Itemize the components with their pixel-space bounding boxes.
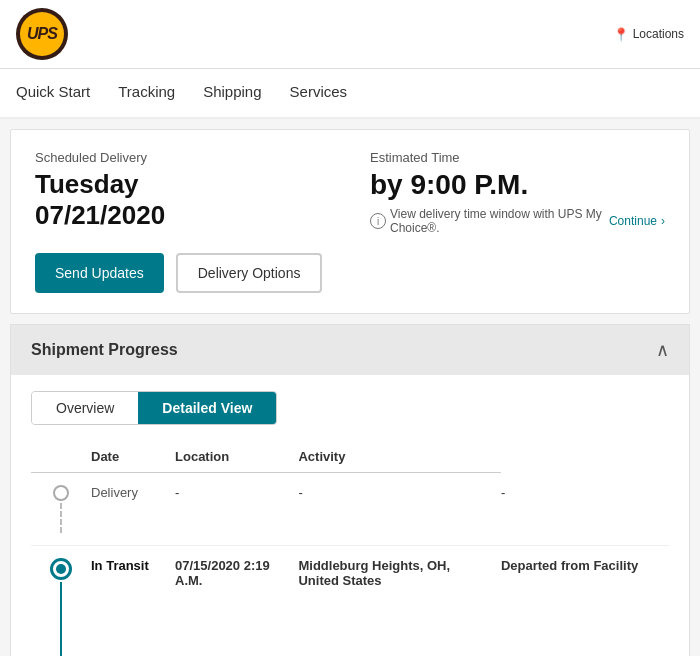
- delivery-actions: Send Updates Delivery Options: [35, 253, 665, 293]
- location-cell: -: [298, 473, 500, 546]
- tracking-table-wrapper: Date Location Activity Delivery---In Tra…: [11, 441, 689, 656]
- tracking-table: Date Location Activity Delivery---In Tra…: [31, 441, 669, 656]
- status-cell: In Transit: [91, 546, 175, 657]
- scheduled-section: Scheduled Delivery Tuesday 07/21/2020: [35, 150, 330, 235]
- send-updates-button[interactable]: Send Updates: [35, 253, 164, 293]
- nav-shipping[interactable]: Shipping: [203, 69, 261, 117]
- ups-choice-text: i View delivery time window with UPS My …: [370, 207, 665, 235]
- scheduled-day: Tuesday: [35, 169, 330, 200]
- progress-title: Shipment Progress: [31, 341, 178, 359]
- table-row: Delivery---: [31, 473, 669, 546]
- activity-cell: -: [501, 473, 669, 546]
- delivery-card: Scheduled Delivery Tuesday 07/21/2020 Es…: [10, 129, 690, 314]
- nav-services[interactable]: Services: [290, 69, 348, 117]
- table-row: In Transit07/15/2020 2:19 A.M.Middleburg…: [31, 546, 669, 657]
- header-right: 📍 Locations: [613, 27, 684, 42]
- info-icon: i: [370, 213, 386, 229]
- ups-logo: UPS: [16, 8, 68, 60]
- scheduled-label: Scheduled Delivery: [35, 150, 330, 165]
- overview-toggle[interactable]: Overview: [32, 392, 138, 424]
- estimated-time: by 9:00 P.M.: [370, 169, 665, 201]
- col-date: Date: [91, 441, 175, 473]
- col-activity: Activity: [298, 441, 500, 473]
- view-toggle: Overview Detailed View: [31, 391, 277, 425]
- shipment-progress-section: Shipment Progress ∧ Overview Detailed Vi…: [10, 324, 690, 656]
- locations-label[interactable]: Locations: [633, 27, 684, 41]
- col-location: Location: [175, 441, 298, 473]
- date-cell: 07/15/2020 2:19 A.M.: [175, 546, 298, 657]
- estimated-section: Estimated Time by 9:00 P.M. i View deliv…: [370, 150, 665, 235]
- location-cell: Middleburg Heights, OH, United States: [298, 546, 500, 657]
- location-icon: 📍: [613, 27, 629, 42]
- table-header-row: Date Location Activity: [31, 441, 669, 473]
- arrow-icon: ›: [661, 214, 665, 228]
- activity-cell: Departed from Facility: [501, 546, 669, 657]
- delivery-options-button[interactable]: Delivery Options: [176, 253, 323, 293]
- col-timeline: [31, 441, 91, 473]
- main-nav: Quick Start Tracking Shipping Services: [0, 69, 700, 119]
- ups-choice-link[interactable]: Continue: [609, 214, 657, 228]
- header: UPS 📍 Locations: [0, 0, 700, 69]
- ups-logo-text: UPS: [27, 25, 57, 43]
- ups-choice-description: View delivery time window with UPS My Ch…: [390, 207, 605, 235]
- detailed-view-toggle[interactable]: Detailed View: [138, 392, 276, 424]
- timeline-cell: [31, 546, 91, 657]
- date-cell: -: [175, 473, 298, 546]
- nav-quick-start[interactable]: Quick Start: [16, 69, 90, 117]
- collapse-icon[interactable]: ∧: [656, 339, 669, 361]
- timeline-cell: [31, 473, 91, 546]
- estimated-label: Estimated Time: [370, 150, 665, 165]
- progress-header: Shipment Progress ∧: [11, 325, 689, 375]
- nav-tracking[interactable]: Tracking: [118, 69, 175, 117]
- status-cell: Delivery: [91, 473, 175, 546]
- scheduled-date: 07/21/2020: [35, 200, 330, 231]
- delivery-info: Scheduled Delivery Tuesday 07/21/2020 Es…: [35, 150, 665, 235]
